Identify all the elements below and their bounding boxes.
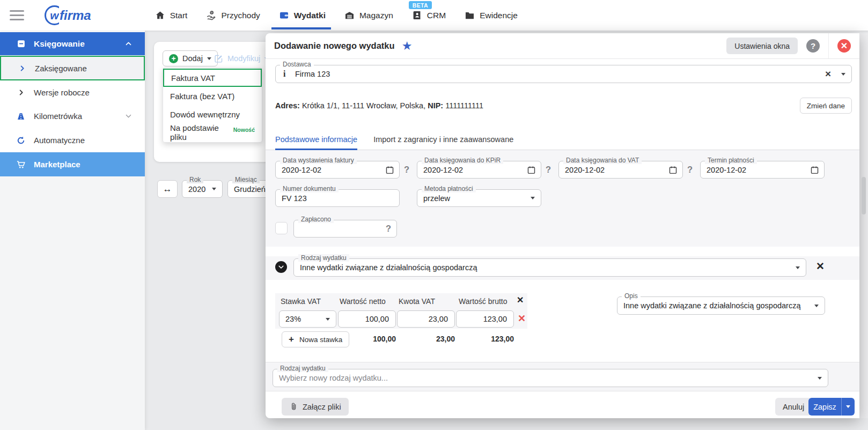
net-amount-input[interactable]: 100,00	[338, 310, 396, 328]
due-date-value: 2020-12-02	[707, 161, 746, 178]
logo-text: firma	[59, 6, 92, 25]
scrollbar-thumb[interactable]	[862, 177, 866, 214]
sidebar-item-label: Marketplace	[34, 160, 80, 169]
supplier-value: Firma 123	[295, 65, 330, 83]
sidebar-item-zaksiegowane[interactable]: Zaksięgowane	[0, 56, 145, 80]
supplier-field[interactable]: Dostawca i Firma 123 ×	[275, 65, 852, 83]
favorite-star-icon[interactable]: ★	[402, 40, 413, 52]
calendar-icon[interactable]	[810, 165, 819, 174]
modify-button-label: Modyfikuj	[227, 54, 260, 63]
left-right-arrow-icon: ↔	[163, 184, 172, 195]
year-select[interactable]: Rok 2020	[182, 180, 223, 198]
main-navigation: Start Przychody Wydatki Magazyn BETA CRM	[155, 10, 518, 20]
close-glyph: ✕	[841, 41, 848, 51]
vat-amount-value: 23,00	[429, 311, 448, 327]
nav-item-crm[interactable]: BETA CRM	[412, 10, 446, 20]
folder-icon	[465, 10, 475, 20]
caret-down-icon[interactable]	[846, 405, 850, 408]
vat-date-help-icon[interactable]: ?	[687, 165, 693, 175]
add-dropdown-menu: Faktura VAT Faktura (bez VAT) Dowód wewn…	[163, 68, 262, 143]
caret-down-icon	[796, 266, 800, 269]
menu-item-faktura-bez-vat[interactable]: Faktura (bez VAT)	[163, 87, 262, 105]
nav-item-przychody[interactable]: Przychody	[206, 10, 260, 20]
info-icon[interactable]: i	[283, 69, 285, 79]
new-rate-button[interactable]: + Nowa stawka	[282, 331, 349, 347]
nav-item-magazyn[interactable]: Magazyn	[344, 10, 393, 20]
sidebar-item-label: Automatyczne	[34, 136, 85, 145]
footer-divider	[266, 391, 859, 391]
tab-podstawowe-informacje[interactable]: Podstawowe informacje	[275, 129, 357, 150]
menu-item-faktura-vat[interactable]: Faktura VAT	[163, 69, 262, 87]
caret-down-icon[interactable]	[841, 73, 845, 76]
change-data-label: Zmień dane	[807, 102, 845, 110]
document-number-value: FV 123	[282, 190, 307, 206]
clear-supplier-icon[interactable]: ×	[825, 68, 831, 80]
nav-item-start[interactable]: Start	[155, 10, 188, 20]
menu-item-label: Dowód wewnętrzny	[170, 110, 240, 119]
warehouse-icon	[344, 10, 355, 20]
paid-label: Zapłacono	[298, 216, 334, 223]
issue-date-help-icon[interactable]: ?	[404, 165, 409, 175]
help-icon[interactable]: ?	[806, 39, 820, 53]
vat-date-field[interactable]: Data księgowania do VAT 2020-12-02	[558, 161, 683, 179]
year-value: 2020	[188, 181, 205, 197]
paid-checkbox[interactable]	[275, 222, 288, 234]
sidebar-item-kilometrowka[interactable]: Kilometrówka	[0, 104, 145, 128]
calendar-icon[interactable]	[385, 165, 394, 174]
add-button[interactable]: + Dodaj	[163, 50, 218, 66]
shopping-cart-icon	[14, 160, 27, 169]
menu-item-na-podstawie-pliku[interactable]: Na podstawie pliku Nowość	[163, 123, 262, 142]
paid-help-icon[interactable]: ?	[386, 224, 391, 234]
wallet-icon	[279, 10, 289, 20]
delete-row-icon[interactable]: ✕	[518, 313, 526, 324]
issue-date-field[interactable]: Data wystawienia faktury 2020-12-02	[275, 161, 400, 179]
calendar-icon[interactable]	[668, 165, 678, 174]
gross-amount-input[interactable]: 123,00	[456, 310, 514, 328]
sidebar-item-automatyczne[interactable]: Automatyczne	[0, 128, 145, 152]
new-rate-label: Nowa stawka	[299, 336, 342, 344]
caret-down-icon	[212, 188, 216, 190]
tab-label: Import z zagranicy i inne zaawansowane	[373, 135, 513, 144]
close-icon[interactable]: ✕	[837, 39, 851, 53]
paid-field[interactable]: Zapłacono ?	[293, 220, 397, 238]
nav-item-ewidencje[interactable]: Ewidencje	[465, 10, 518, 20]
document-number-field[interactable]: Numer dokumentu FV 123	[275, 189, 400, 207]
modal-header: Dodawanie nowego wydatku ★ Ustawienia ok…	[266, 33, 859, 59]
save-button[interactable]: Zapisz	[808, 398, 855, 416]
month-value: Grudzień	[234, 181, 266, 197]
sidebar-item-wersje-robocze[interactable]: Wersje robocze	[0, 80, 145, 104]
description-select[interactable]: Opis Inne wydatki związane z działalnośc…	[617, 296, 825, 315]
collapse-toggle-icon[interactable]	[275, 261, 287, 273]
supplier-address: Adres: Krótka 1/1, 11-111 Wrocław, Polsk…	[275, 98, 483, 114]
new-expense-type-select[interactable]: Rodzaj wydatku Wybierz nowy rodzaj wydat…	[273, 369, 828, 387]
attach-files-button[interactable]: Załącz pliki	[282, 398, 349, 416]
nav-item-wydatki[interactable]: Wydatki	[279, 10, 326, 20]
swap-period-button[interactable]: ↔	[157, 180, 178, 198]
remove-expense-group-icon[interactable]: ✕	[816, 260, 825, 272]
change-data-button[interactable]: Zmień dane	[800, 98, 852, 114]
window-settings-button[interactable]: Ustawienia okna	[726, 38, 798, 54]
remove-columns-icon[interactable]: ✕	[517, 295, 524, 305]
sidebar-item-marketplace[interactable]: Marketplace	[0, 152, 145, 176]
kpir-date-field[interactable]: Data księgowania do KPiR 2020-12-02	[417, 161, 541, 179]
menu-item-dowod-wewnetrzny[interactable]: Dowód wewnętrzny	[163, 105, 262, 123]
payment-method-select[interactable]: Metoda płatności przelew	[417, 189, 541, 207]
modify-button-disabled[interactable]: Modyfikuj	[214, 50, 269, 66]
expense-type-select[interactable]: Rodzaj wydatku Inne wydatki związane z d…	[293, 258, 806, 277]
tab-import-z-zagranicy[interactable]: Import z zagranicy i inne zaawansowane	[373, 129, 513, 150]
chevron-down-icon	[278, 264, 284, 270]
cancel-button[interactable]: Anuluj	[775, 398, 812, 416]
hamburger-menu-icon[interactable]	[10, 8, 24, 23]
kpir-date-help-icon[interactable]: ?	[546, 165, 551, 175]
total-vat: 23,00	[412, 335, 455, 343]
calendar-icon[interactable]	[527, 165, 536, 174]
expense-type-value: Inne wydatki związane z działalnością go…	[300, 259, 477, 276]
due-date-field[interactable]: Termin płatności 2020-12-02	[700, 161, 825, 179]
sidebar-section-ksiegowanie[interactable]: Księgowanie	[0, 32, 145, 55]
vat-rate-select[interactable]: 23%	[279, 310, 336, 328]
vat-amount-input[interactable]: 23,00	[397, 310, 455, 328]
new-feature-badge: Nowość	[233, 127, 255, 133]
help-glyph: ?	[811, 41, 815, 50]
brand-logo[interactable]: w firma	[45, 5, 92, 25]
sidebar-section-label: Księgowanie	[34, 39, 85, 49]
